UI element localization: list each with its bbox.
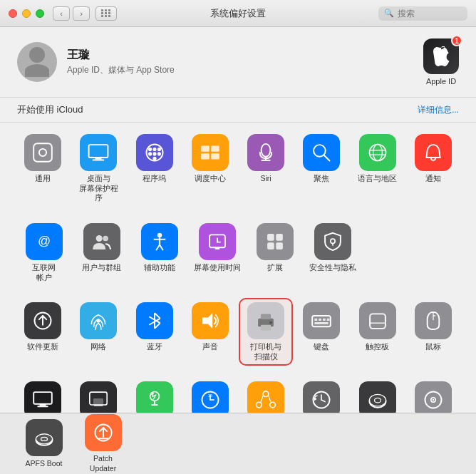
svg-rect-39 (276, 234, 283, 241)
apple-id-section[interactable]: 1 Apple ID (423, 38, 459, 86)
svg-point-6 (148, 148, 152, 151)
pref-item-timemachine[interactable]: 时间机器 (296, 378, 347, 413)
startupd-icon (359, 381, 396, 413)
pref-item-mouse[interactable]: 鼠标 (408, 299, 459, 355)
svg-point-1 (39, 149, 46, 156)
accessibility-label: 辅助功能 (144, 263, 175, 273)
svg-rect-4 (93, 160, 105, 161)
printers-icon (247, 302, 284, 339)
search-bar[interactable]: 🔍 (378, 6, 467, 21)
svg-point-9 (148, 152, 152, 155)
svg-point-7 (152, 148, 156, 151)
trackpad-label: 触控板 (366, 342, 389, 352)
svg-point-96 (36, 434, 52, 444)
svg-line-83 (261, 396, 263, 403)
extensions-icon (257, 223, 294, 260)
pref-item-sharing[interactable]: 共享 (240, 378, 291, 413)
svg-rect-0 (33, 143, 52, 162)
trackpad-icon (359, 302, 396, 339)
pref-item-screentime[interactable]: 屏幕使用时间 (190, 220, 244, 276)
pref-item-datetime[interactable]: 18日期与时间 (185, 378, 236, 413)
window-title: 系统偏好设置 (210, 7, 266, 20)
grid-view-button[interactable] (95, 6, 117, 21)
missioncontrol-label: 调度中心 (195, 174, 226, 184)
pref-item-internet[interactable]: @互联网 帐户 (17, 220, 71, 285)
svg-point-73 (150, 392, 159, 401)
pref-item-startupd[interactable]: 启动磁盘 (352, 378, 403, 413)
bottom-item-apfsboot[interactable]: APFS Boot (17, 416, 71, 472)
displays-icon (24, 381, 61, 413)
patchupdater-label: Patch Updater (79, 454, 127, 473)
keyboard-icon (303, 302, 340, 339)
forward-button[interactable]: › (73, 6, 90, 21)
svg-rect-72 (93, 399, 103, 406)
pref-item-spotlight[interactable]: 聚焦 (296, 131, 347, 187)
bottom-item-patchupdater[interactable]: Patch Updater (76, 411, 130, 474)
extensions-label: 扩展 (267, 263, 283, 273)
svg-rect-40 (267, 242, 274, 249)
pref-item-desktop[interactable]: 桌面与 屏幕保护程序 (73, 131, 124, 206)
pref-item-siri[interactable]: Siri (240, 131, 291, 187)
pref-item-battery[interactable]: 节能 (129, 378, 180, 413)
pref-item-softwareupdate[interactable]: 软件更新 (17, 299, 68, 355)
svg-rect-35 (214, 247, 219, 249)
printers-label: 打印机与 扫描仪 (250, 342, 281, 361)
pref-item-bluetooth[interactable]: 蓝牙 (129, 299, 180, 355)
pref-item-keyboard[interactable]: 键盘 (296, 299, 347, 355)
pref-item-extensions[interactable]: 扩展 (248, 220, 301, 276)
launchpad-label: 程序坞 (143, 174, 166, 184)
pref-item-missioncontrol[interactable]: 调度中心 (185, 131, 236, 187)
pref-item-accessibility[interactable]: 辅助功能 (133, 220, 186, 276)
general-label: 通用 (35, 174, 51, 184)
softwareupdate-icon (24, 302, 61, 339)
svg-point-56 (269, 321, 272, 324)
accessibility-icon (141, 223, 178, 260)
apple-id-label: Apple ID (426, 77, 456, 86)
svg-rect-63 (370, 314, 386, 329)
pref-item-language[interactable]: 语言与地区 (352, 131, 403, 187)
svg-line-48 (155, 313, 160, 319)
pref-item-general[interactable]: 通用 (17, 131, 68, 187)
pref-item-printers[interactable]: 打印机与 扫描仪 (240, 299, 291, 364)
minimize-button[interactable] (22, 9, 31, 18)
svg-rect-71 (94, 406, 103, 407)
pref-item-sidecar[interactable]: 随航 (73, 378, 124, 413)
pref-item-displays[interactable]: 显示器 (17, 378, 68, 413)
notification-icon (415, 134, 452, 171)
pref-item-network[interactable]: 网络 (73, 299, 124, 355)
svg-rect-14 (211, 145, 219, 151)
back-button[interactable]: ‹ (53, 6, 70, 21)
svg-point-28 (103, 236, 108, 242)
close-button[interactable] (9, 9, 17, 18)
search-input[interactable] (398, 9, 462, 19)
svg-marker-52 (202, 313, 212, 329)
svg-point-12 (152, 157, 156, 160)
svg-point-8 (157, 148, 160, 151)
pref-item-launchpad[interactable]: 程序坞 (129, 131, 180, 187)
pref-item-sound[interactable]: 声音 (185, 299, 236, 355)
pref-item-security[interactable]: 安全性与隐私 (306, 220, 359, 276)
profile-section: 王璇 Apple ID、媒体与 App Store 1 Apple ID (0, 27, 476, 98)
language-label: 语言与地区 (358, 174, 397, 184)
bluetooth-icon (136, 302, 173, 339)
svg-marker-88 (315, 398, 317, 401)
pref-item-users[interactable]: 用户与群组 (75, 220, 128, 276)
svg-point-94 (433, 399, 435, 401)
users-label: 用户与群组 (82, 263, 121, 273)
svg-rect-13 (201, 145, 209, 151)
battery-icon (136, 381, 173, 413)
pref-item-cddvd[interactable]: CD 与 DVD (408, 378, 459, 413)
launchpad-icon (136, 134, 173, 171)
apple-id-icon: 1 (423, 38, 459, 74)
pref-item-notification[interactable]: 通知 (408, 131, 459, 187)
svg-line-84 (269, 396, 271, 403)
network-label: 网络 (90, 342, 106, 352)
icloud-link[interactable]: 详细信息... (418, 104, 459, 116)
svg-point-42 (330, 239, 334, 243)
pref-item-trackpad[interactable]: 触控板 (352, 299, 403, 355)
maximize-button[interactable] (36, 9, 44, 18)
pref-row-3: 显示器随航节能18日期与时间共享时间机器启动磁盘CD 与 DVD (17, 378, 459, 413)
svg-point-29 (157, 233, 161, 237)
pref-row-0: 通用桌面与 屏幕保护程序程序坞调度中心Siri聚焦语言与地区通知 (17, 131, 459, 206)
keyboard-label: 键盘 (314, 342, 329, 352)
